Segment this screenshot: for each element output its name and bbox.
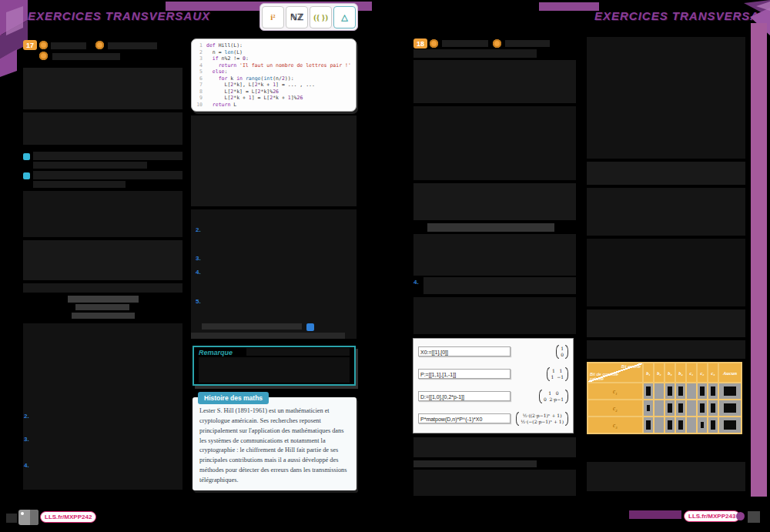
cas-input[interactable]: D:=[[1,0],[0,2*p-1]] [418, 391, 511, 401]
code-token: (n/ [273, 75, 282, 82]
table-column-header: b₄ [676, 363, 685, 382]
redacted-text-block [413, 234, 576, 276]
code-line-text: def Hill(L): [206, 42, 243, 49]
puzzle-tile-icon: ℕℤ [286, 6, 308, 28]
code-line: 5 else: [196, 69, 352, 75]
redacted-cell-mark [701, 422, 705, 428]
redacted-text-block [413, 470, 576, 496]
code-token: for [206, 75, 230, 82]
table-row-label: c₁ [588, 383, 642, 399]
table-cell [676, 400, 685, 416]
redacted-text-block [413, 437, 576, 457]
matrix-rows: 1 00 2·p−1 [542, 390, 565, 403]
table-cell [708, 400, 718, 416]
code-token: L [233, 102, 236, 108]
question-number-marker: 4. [196, 269, 201, 276]
cas-input[interactable]: X0:=[[1],[0]] [418, 346, 511, 356]
code-line: 6 for k in range(int(n/2)): [196, 75, 352, 82]
code-line-number: 6 [196, 75, 203, 82]
table-column-header: c₂ [698, 363, 707, 382]
code-token: *k] = L[ [233, 89, 257, 95]
redacted-cell-mark [711, 403, 716, 413]
table-cell [654, 400, 664, 416]
question-number-marker: 5. [196, 298, 201, 305]
table-cell [665, 400, 675, 416]
lls-link-left[interactable]: LLS.fr/MXPP242 [40, 511, 96, 523]
matrix-row: 0 [561, 352, 564, 358]
redacted-cell-mark [668, 403, 673, 413]
code-line-number: 2 [196, 49, 203, 56]
table-cell [719, 417, 741, 433]
puzzle-tile-icon: △ [333, 6, 356, 28]
code-token: )): [285, 75, 294, 82]
redacted-text-block [108, 42, 157, 49]
redacted-cell-mark [678, 386, 684, 396]
table-column-header: c₁ [687, 363, 696, 382]
question-number-marker: 3. [196, 255, 201, 262]
question-number-label: 4. [413, 279, 419, 286]
code-token: *k + [273, 95, 288, 101]
redacted-cell-mark [724, 386, 735, 396]
code-line-number: 5 [196, 69, 203, 75]
redacted-text-block [587, 239, 745, 306]
question-number-label: 4. [24, 462, 29, 469]
question-number-marker: 4. [413, 279, 419, 286]
redacted-cell-mark [678, 403, 684, 413]
redacted-text-block [427, 223, 554, 232]
table-cell [644, 417, 653, 433]
code-token: 26 [296, 95, 303, 101]
cas-input[interactable]: P:=[[1,1],[1,-1]] [418, 369, 511, 379]
redacted-text-block [51, 42, 86, 49]
table-row-label: c₂ [588, 400, 642, 416]
publisher-dot-icon [736, 512, 745, 520]
hint-icon [23, 153, 30, 160]
code-line-number: 3 [196, 55, 203, 62]
code-line: 1def Hill(L): [196, 42, 352, 49]
table-column-header: b₁ [644, 363, 653, 382]
code-token: range [246, 75, 261, 82]
digital-resource-icon [18, 510, 38, 525]
question-number-marker: 2. [24, 413, 29, 420]
code-line-text: for k in range(int(n/2)): [206, 75, 294, 82]
lls-link-right[interactable]: LLS.fr/MXPP243 [684, 510, 740, 522]
redacted-text-block [23, 112, 182, 145]
redacted-cell-mark [724, 420, 735, 430]
code-token: ] = L[ [252, 95, 270, 101]
redacted-cell-mark [646, 386, 651, 396]
table-cell [698, 417, 707, 433]
code-token: n = [206, 49, 224, 55]
corner-top-label: Bit erroné [621, 364, 641, 369]
code-token: return [206, 102, 233, 108]
cas-row: P*matpow(D,n)*P^(-1)*X0½·((2·p−1)ⁿ + 1)½… [413, 407, 573, 430]
code-token: L[ [206, 89, 230, 95]
page-title-left: EXERCICES TRANSVERSAUX [28, 9, 210, 22]
code-line-text: L[2*k] = L[2*k]%26 [206, 89, 279, 95]
matrix-paren-right [565, 345, 568, 359]
code-token: : [224, 69, 227, 75]
puzzle-tile-icon: ({ }) [310, 6, 332, 28]
redacted-text-block [23, 240, 182, 280]
code-token: def [206, 42, 219, 49]
redacted-text-block [23, 191, 182, 237]
redacted-cell-mark [668, 386, 673, 396]
cas-input[interactable]: P*matpow(D,n)*P^(-1)*X0 [418, 413, 511, 423]
table-cell [676, 383, 685, 399]
matrix-rows: 10 [559, 345, 565, 359]
question-number-label: 3. [24, 436, 29, 443]
redacted-text-block [587, 188, 745, 236]
code-token: k [230, 75, 236, 82]
code-line-text: L[2*k + 1] = L[2*k + 1]%26 [206, 95, 303, 102]
redacted-cell-mark [700, 403, 705, 413]
table-cell [698, 383, 707, 399]
redacted-text-block [413, 297, 576, 334]
difficulty-coin-icon [430, 39, 438, 48]
table-cell [708, 417, 718, 433]
picto-half-icon [30, 510, 38, 525]
redacted-text-block [587, 37, 745, 159]
difficulty-coin-icon [95, 41, 104, 49]
ribbon-logo-left-icon [0, 0, 35, 77]
table-cell [687, 383, 696, 399]
redacted-text-block [23, 68, 182, 109]
history-of-maths-box: Histoire des maths Lester S. Hill (1891-… [192, 397, 357, 490]
code-token: L[ [206, 95, 230, 101]
